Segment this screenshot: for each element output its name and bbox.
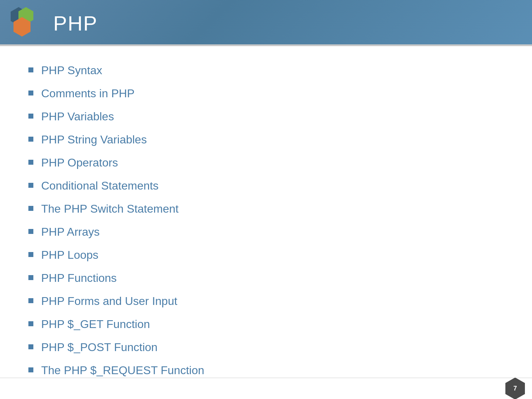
list-item: PHP Variables (28, 110, 504, 123)
list-item-text: PHP String Variables (41, 133, 147, 146)
list-item-text: PHP Operators (41, 156, 118, 169)
bullet-marker (28, 114, 33, 119)
list-item: The PHP Switch Statement (28, 202, 504, 215)
list-item: Conditional Statements (28, 179, 504, 192)
list-item: Comments in PHP (28, 87, 504, 100)
list-item: PHP Syntax (28, 64, 504, 77)
bullet-marker (28, 229, 33, 234)
header-divider (0, 44, 532, 46)
list-item-text: PHP Syntax (41, 64, 102, 77)
bullet-marker (28, 137, 33, 142)
list-item-text: PHP Loops (41, 248, 98, 262)
bullet-marker (28, 91, 33, 95)
topics-list: PHP SyntaxComments in PHPPHP VariablesPH… (28, 64, 504, 377)
bullet-marker (28, 275, 33, 280)
bullet-marker (28, 252, 33, 257)
slide-footer: 7 (0, 378, 532, 399)
list-item-text: The PHP Switch Statement (41, 202, 179, 215)
bullet-marker (28, 321, 33, 326)
list-item-text: PHP Forms and User Input (41, 295, 177, 308)
bullet-marker (28, 160, 33, 165)
bullet-marker (28, 67, 33, 72)
list-item-text: PHP Variables (41, 110, 114, 123)
list-item-text: PHP Arrays (41, 225, 100, 239)
list-item: PHP Forms and User Input (28, 295, 504, 308)
php-logo (7, 7, 43, 39)
bullet-marker (28, 367, 33, 372)
list-item: PHP $_POST Function (28, 341, 504, 354)
bullet-marker (28, 206, 33, 211)
list-item: PHP Loops (28, 248, 504, 262)
bullet-marker (28, 344, 33, 349)
list-item: PHP Functions (28, 272, 504, 285)
slide-title: PHP (53, 11, 98, 35)
list-item: The PHP $_REQUEST Function (28, 364, 504, 377)
list-item-text: PHP $_POST Function (41, 341, 158, 354)
bullet-marker (28, 298, 33, 303)
list-item-text: The PHP $_REQUEST Function (41, 364, 204, 377)
list-item: PHP String Variables (28, 133, 504, 146)
list-item: PHP Arrays (28, 225, 504, 239)
bullet-marker (28, 183, 33, 188)
list-item-text: PHP Functions (41, 272, 117, 285)
list-item-text: Comments in PHP (41, 87, 135, 100)
list-item: PHP $_GET Function (28, 318, 504, 331)
slide-content: PHP SyntaxComments in PHPPHP VariablesPH… (0, 46, 532, 399)
list-item-text: Conditional Statements (41, 179, 159, 192)
page-number-badge: 7 (505, 378, 525, 399)
page-number: 7 (505, 378, 525, 399)
slide-header: PHP (0, 0, 532, 46)
list-item: PHP Operators (28, 156, 504, 169)
list-item-text: PHP $_GET Function (41, 318, 150, 331)
